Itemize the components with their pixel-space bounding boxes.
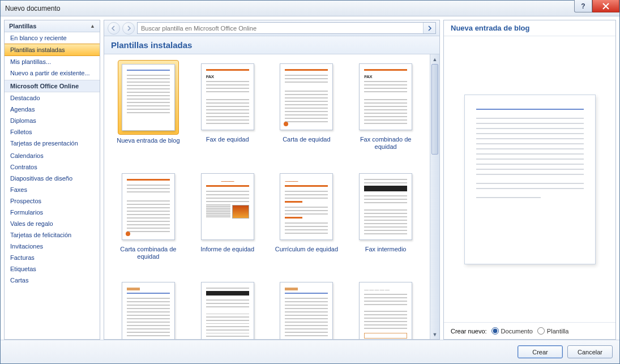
arrow-left-icon — [111, 25, 117, 31]
sidebar-item-15[interactable]: Formularios — [5, 207, 100, 218]
create-button[interactable]: Crear — [518, 345, 563, 358]
template-label: Fax intermedio — [365, 246, 407, 260]
template-item-6[interactable]: ———Currículum de equidad — [270, 170, 343, 260]
sidebar-item-13[interactable]: Faxes — [5, 184, 100, 195]
sidebar-item-10[interactable]: Calendarios — [5, 150, 100, 161]
search-input[interactable] — [138, 23, 423, 33]
sidebar: Plantillas ▲ En blanco y recientePlantil… — [4, 20, 100, 340]
sidebar-item-11[interactable]: Contratos — [5, 161, 100, 173]
sidebar-item-16[interactable]: Vales de regalo — [5, 218, 100, 229]
templates-grid: Nueva entrada de blogFAXFax de equidadCa… — [104, 54, 430, 339]
template-thumbnail: ——— — [280, 173, 333, 240]
template-thumbnail — [280, 282, 333, 339]
titlebar: Nuevo documento ? — [1, 1, 619, 16]
center-panel: Plantillas instaladas Nueva entrada de b… — [104, 20, 440, 340]
sidebar-item-20[interactable]: Etiquetas — [5, 263, 100, 275]
template-thumbnail — [122, 173, 175, 240]
close-button[interactable] — [592, 0, 619, 12]
preview-body — [444, 36, 615, 322]
preview-panel: Nueva entrada de blog Crear nuevo: Docum… — [443, 20, 616, 340]
nav-forward-button[interactable] — [122, 22, 135, 35]
template-item-9[interactable]: Fax combinado — [191, 279, 264, 339]
template-label: Informe de equidad — [200, 246, 254, 260]
radio-plantilla[interactable]: Plantilla — [537, 327, 569, 335]
sidebar-item-3[interactable]: Nuevo a partir de existente... — [5, 67, 100, 80]
help-button[interactable]: ? — [574, 0, 592, 12]
center-toolbar — [104, 20, 439, 36]
template-label: Carta combinada de equidad — [112, 246, 185, 260]
sidebar-list[interactable]: En blanco y recientePlantillas instalada… — [5, 32, 100, 339]
sidebar-item-12[interactable]: Diapositivas de diseño — [5, 173, 100, 184]
arrow-right-icon — [427, 25, 433, 31]
template-thumbnail: FAX — [201, 63, 254, 130]
arrow-right-icon — [126, 25, 131, 31]
template-label: Nueva entrada de blog — [117, 137, 179, 152]
template-label: Fax de equidad — [206, 136, 249, 151]
template-item-1[interactable]: FAXFax de equidad — [191, 60, 264, 152]
template-thumbnail — [122, 64, 175, 131]
radio-plantilla-label: Plantilla — [547, 328, 569, 335]
create-new-label: Crear nuevo: — [451, 328, 487, 335]
template-item-2[interactable]: Carta de equidad — [270, 60, 343, 152]
sidebar-item-4[interactable]: Microsoft Office Online — [5, 80, 100, 92]
chevron-up-icon: ▲ — [90, 23, 95, 29]
cancel-button[interactable]: Cancelar — [567, 345, 613, 358]
template-thumbnail: — — — — — — [359, 282, 412, 339]
radio-documento-input[interactable] — [491, 327, 499, 335]
sidebar-item-7[interactable]: Diplomas — [5, 115, 100, 126]
template-thumbnail: FAX — [359, 63, 412, 130]
sidebar-item-8[interactable]: Folletos — [5, 126, 100, 138]
templates-scrollbar[interactable]: ▲ ▼ — [430, 54, 439, 339]
radio-documento[interactable]: Documento — [491, 327, 533, 335]
template-item-3[interactable]: FAXFax combinado de equidad — [349, 60, 422, 152]
template-item-0[interactable]: Nueva entrada de blog — [112, 60, 185, 152]
scroll-thumb[interactable] — [431, 64, 438, 155]
dialog-footer: Crear Cancelar — [1, 340, 619, 363]
template-item-10[interactable]: Carta combinada — [270, 279, 343, 339]
sidebar-item-1[interactable]: Plantillas instaladas — [5, 44, 100, 56]
sidebar-item-21[interactable]: Cartas — [5, 275, 100, 286]
center-heading: Plantillas instaladas — [104, 36, 439, 54]
template-item-5[interactable]: ———Informe de equidad — [191, 170, 264, 260]
scroll-down-icon[interactable]: ▼ — [430, 329, 439, 339]
window-controls: ? — [574, 0, 619, 12]
template-thumbnail — [359, 173, 412, 240]
sidebar-item-2[interactable]: Mis plantillas... — [5, 56, 100, 67]
search-box — [137, 22, 436, 34]
radio-documento-label: Documento — [501, 328, 533, 335]
preview-title: Nueva entrada de blog — [444, 20, 615, 36]
template-item-7[interactable]: Fax intermedio — [349, 170, 422, 260]
sidebar-item-5[interactable]: Destacado — [5, 92, 100, 104]
template-thumbnail — [122, 282, 175, 339]
sidebar-header-label: Plantillas — [9, 23, 36, 29]
preview-document — [464, 95, 596, 264]
sidebar-item-17[interactable]: Tarjetas de felicitación — [5, 229, 100, 241]
sidebar-header[interactable]: Plantillas ▲ — [5, 20, 100, 32]
scroll-up-icon[interactable]: ▲ — [430, 54, 439, 64]
sidebar-item-18[interactable]: Invitaciones — [5, 241, 100, 252]
sidebar-item-19[interactable]: Facturas — [5, 252, 100, 263]
template-thumbnail — [280, 63, 333, 130]
close-icon — [602, 3, 609, 10]
sidebar-item-14[interactable]: Prospectos — [5, 195, 100, 207]
nav-back-button[interactable] — [108, 22, 120, 35]
templates-area: Nueva entrada de blogFAXFax de equidadCa… — [104, 54, 439, 339]
template-item-8[interactable]: Carta intermedia — [112, 279, 185, 339]
template-item-11[interactable]: — — — — —Informe intermedio — [349, 279, 422, 339]
search-go-button[interactable] — [423, 23, 435, 33]
sidebar-item-0[interactable]: En blanco y reciente — [5, 32, 100, 44]
template-label: Fax combinado de equidad — [349, 136, 422, 151]
template-label: Carta de equidad — [283, 136, 330, 151]
template-label: Currículum de equidad — [275, 246, 338, 260]
template-item-4[interactable]: Carta combinada de equidad — [112, 170, 185, 260]
template-thumbnail: ——— — [201, 173, 254, 240]
dialog-nuevo-documento: Nuevo documento ? Plantillas ▲ En blanco… — [0, 0, 620, 364]
template-thumbnail — [201, 282, 254, 339]
sidebar-item-6[interactable]: Agendas — [5, 104, 100, 115]
sidebar-item-9[interactable]: Tarjetas de presentación — [5, 138, 100, 150]
window-title: Nuevo documento — [5, 5, 60, 12]
create-options: Crear nuevo: Documento Plantilla — [444, 322, 615, 339]
radio-plantilla-input[interactable] — [537, 327, 545, 335]
